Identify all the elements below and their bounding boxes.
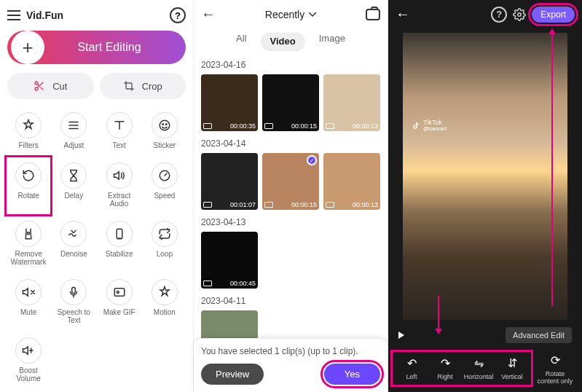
flip-vertical-button[interactable]: ⇵Vertical bbox=[498, 356, 527, 380]
date-header: 2023-04-13 bbox=[201, 217, 380, 227]
tool-boost-volume[interactable]: BoostVolume bbox=[7, 333, 50, 388]
tool-rotate[interactable]: Rotate bbox=[7, 158, 50, 213]
tool-motion[interactable]: Motion bbox=[143, 275, 186, 330]
hamburger-menu[interactable] bbox=[7, 10, 20, 20]
cut-button[interactable]: Cut bbox=[7, 73, 94, 99]
filters-icon bbox=[15, 112, 42, 138]
crop-button[interactable]: Crop bbox=[100, 73, 186, 99]
svg-point-23 bbox=[518, 12, 522, 16]
sticker-icon bbox=[152, 112, 178, 138]
tool-text[interactable]: Text bbox=[98, 108, 141, 155]
rotate-content-icon: ⟳ bbox=[551, 353, 560, 367]
extract-audio-icon bbox=[106, 162, 133, 189]
motion-icon bbox=[152, 279, 178, 305]
tool-adjust[interactable]: Adjust bbox=[52, 108, 95, 155]
back-button[interactable]: ← bbox=[201, 6, 216, 23]
rotate-left-button[interactable]: ↶Left bbox=[397, 356, 426, 380]
video-thumb[interactable]: 00:00:15 bbox=[262, 74, 319, 131]
start-editing-button[interactable]: + Start Editing bbox=[7, 31, 186, 64]
adjust-icon bbox=[60, 112, 87, 138]
svg-point-10 bbox=[160, 120, 170, 130]
play-button[interactable] bbox=[398, 332, 404, 339]
video-thumb[interactable]: 00:00:45 bbox=[201, 232, 258, 289]
mute-icon bbox=[15, 279, 42, 305]
help-icon[interactable]: ? bbox=[170, 7, 186, 23]
svg-point-12 bbox=[165, 124, 167, 125]
gear-icon[interactable] bbox=[513, 8, 526, 21]
video-icon bbox=[326, 202, 334, 208]
crop-icon bbox=[123, 80, 135, 92]
export-button[interactable]: Export bbox=[532, 7, 575, 23]
rotate-right-button[interactable]: ↷Right bbox=[430, 356, 460, 380]
preview-button[interactable]: Preview bbox=[201, 364, 264, 385]
svg-line-4 bbox=[38, 84, 40, 86]
video-icon bbox=[203, 123, 212, 129]
scissors-icon bbox=[34, 80, 45, 92]
video-thumb[interactable]: 00:00:13 bbox=[323, 153, 380, 210]
check-icon: ✓ bbox=[307, 155, 317, 165]
sort-dropdown[interactable]: Recently bbox=[220, 9, 361, 20]
video-thumb[interactable]: 00:00:35 bbox=[201, 74, 258, 131]
tool-filters[interactable]: Filters bbox=[7, 108, 50, 155]
svg-rect-16 bbox=[117, 229, 122, 239]
tool-denoise[interactable]: Denoise bbox=[52, 216, 95, 272]
delay-icon bbox=[60, 162, 87, 189]
svg-line-14 bbox=[165, 173, 167, 176]
flip-horizontal-icon: ⇋ bbox=[474, 356, 484, 370]
rotate-icon bbox=[15, 162, 42, 189]
flip-vertical-icon: ⇵ bbox=[508, 356, 517, 370]
tab-video[interactable]: Video bbox=[261, 33, 304, 50]
tool-loop[interactable]: Loop bbox=[143, 216, 186, 272]
editor-back-button[interactable]: ← bbox=[396, 6, 410, 23]
rotate-left-icon: ↶ bbox=[407, 356, 417, 370]
tab-all[interactable]: All bbox=[236, 33, 246, 50]
tool-speed[interactable]: Speed bbox=[143, 158, 186, 213]
app-name: Vid.Fun bbox=[26, 9, 164, 21]
make-gif-icon bbox=[106, 279, 133, 305]
tool-sticker[interactable]: Sticker bbox=[143, 108, 186, 155]
svg-rect-18 bbox=[72, 287, 76, 293]
chevron-down-icon bbox=[309, 12, 316, 17]
tool-remove-watermark[interactable]: RemoveWatermark bbox=[7, 216, 50, 272]
tool-mute[interactable]: Mute bbox=[7, 275, 50, 330]
rotate-content-only-button[interactable]: ⟳Rotate content only bbox=[534, 353, 576, 385]
yes-button[interactable]: Yes bbox=[324, 364, 380, 385]
loop-icon bbox=[152, 221, 178, 247]
video-icon bbox=[264, 123, 273, 129]
svg-point-1 bbox=[35, 87, 38, 90]
speed-icon bbox=[152, 162, 178, 189]
video-icon bbox=[203, 281, 212, 286]
svg-point-15 bbox=[28, 232, 30, 235]
svg-point-20 bbox=[117, 291, 119, 294]
tool-delay[interactable]: Delay bbox=[52, 158, 95, 213]
video-thumb[interactable]: ✓00:00:15 bbox=[262, 153, 319, 210]
camera-icon[interactable] bbox=[366, 9, 380, 20]
tool-speech-to-text[interactable]: Speech toText bbox=[52, 275, 95, 330]
date-header: 2023-04-16 bbox=[201, 60, 380, 70]
video-thumb[interactable]: 00:00:13 bbox=[323, 74, 380, 131]
svg-line-3 bbox=[41, 87, 44, 90]
selection-message: You have selected 1 clip(s) (up to 1 cli… bbox=[201, 346, 380, 356]
tool-stabilize[interactable]: Stabilize bbox=[98, 216, 141, 272]
video-icon bbox=[264, 202, 273, 208]
svg-point-0 bbox=[35, 82, 38, 85]
date-header: 2023-04-11 bbox=[201, 296, 380, 306]
tool-make-gif[interactable]: Make GIF bbox=[98, 275, 141, 330]
svg-point-11 bbox=[162, 124, 164, 125]
editor-help-icon[interactable]: ? bbox=[491, 7, 507, 23]
flip-horizontal-button[interactable]: ⇋Horizontal bbox=[464, 356, 493, 380]
boost-volume-icon bbox=[15, 337, 42, 364]
tool-extract-audio[interactable]: ExtractAudio bbox=[98, 158, 141, 213]
video-preview[interactable]: TikTok@loancart bbox=[403, 33, 567, 320]
remove-watermark-icon bbox=[15, 221, 42, 247]
start-editing-label: Start Editing bbox=[52, 41, 186, 54]
text-icon bbox=[106, 112, 133, 138]
video-icon bbox=[203, 202, 212, 208]
video-thumb[interactable]: 00:01:07 bbox=[201, 153, 258, 210]
tab-image[interactable]: Image bbox=[319, 33, 345, 50]
stabilize-icon bbox=[106, 221, 133, 247]
tiktok-watermark: TikTok@loancart bbox=[412, 119, 447, 131]
annotation-arrow bbox=[438, 296, 439, 334]
advanced-edit-button[interactable]: Advanced Edit bbox=[506, 327, 572, 343]
rotate-right-icon: ↷ bbox=[441, 356, 450, 370]
